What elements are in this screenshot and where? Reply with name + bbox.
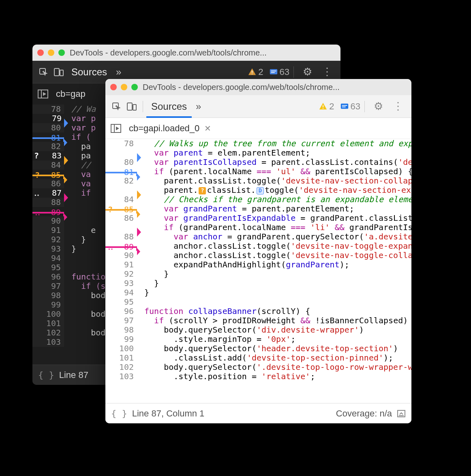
breakpoint-marker[interactable]: 81 (105, 172, 137, 173)
device-toggle-icon[interactable] (51, 68, 66, 77)
code-line[interactable]: 92 } (105, 269, 411, 279)
line-gutter[interactable]: 100 (105, 344, 137, 353)
inspect-icon[interactable] (36, 67, 51, 77)
code-line[interactable]: 102 body.querySelector('.devsite-top-log… (105, 363, 411, 372)
menu-icon[interactable]: ⋮ (317, 66, 337, 78)
titlebar[interactable]: DevTools - developers.google.com/web/too… (105, 79, 411, 95)
line-gutter[interactable]: 91 (105, 260, 137, 269)
code-line[interactable]: 88 var anchor = grandParent.querySelecto… (105, 232, 411, 241)
file-tab[interactable]: cb=gapi.loaded_0 (129, 123, 199, 134)
code-line[interactable]: 95 (105, 297, 411, 307)
code-line[interactable]: 87 if (grandParent.localName === 'li' &&… (105, 223, 411, 232)
settings-icon[interactable]: ⚙ (369, 100, 388, 113)
line-gutter[interactable]: 80 (105, 158, 137, 167)
line-gutter[interactable]: 84 (32, 160, 64, 170)
line-gutter[interactable]: 84 (105, 195, 137, 204)
line-gutter[interactable]: 98 (32, 291, 64, 300)
minimize-icon[interactable] (48, 49, 54, 56)
message-icon[interactable] (269, 68, 278, 77)
debugger-pane-icon[interactable] (36, 90, 50, 98)
code-line[interactable]: 99 .style.marginTop = '0px'; (105, 335, 411, 344)
code-line[interactable]: 83 parent.?classList.Dtoggle('devsite-na… (105, 186, 411, 195)
warning-icon[interactable] (319, 102, 328, 111)
line-gutter[interactable]: 94 (105, 288, 137, 297)
line-gutter[interactable]: 88 (32, 198, 64, 207)
line-gutter[interactable]: 102 (105, 363, 137, 372)
code-line[interactable]: 94} (105, 288, 411, 297)
device-toggle-icon[interactable] (124, 102, 139, 111)
breakpoint-marker[interactable]: 89 (105, 246, 137, 248)
line-gutter[interactable]: 94 (32, 254, 64, 263)
code-line[interactable]: 100 body.querySelector('header.devsite-t… (105, 344, 411, 353)
settings-icon[interactable]: ⚙ (298, 66, 317, 78)
line-gutter[interactable]: 96 (32, 272, 64, 282)
code-line[interactable]: 79 var parent = elem.parentElement; (105, 148, 411, 158)
code-line[interactable]: 103 .style.position = 'relative'; (105, 372, 411, 381)
code-line[interactable]: 86 var grandParentIsExpandable = grandPa… (105, 213, 411, 223)
code-line[interactable]: 80 var parentIsCollapsed = parent.classL… (105, 158, 411, 167)
message-icon[interactable] (340, 102, 349, 111)
code-line[interactable]: 98 body.querySelector('div.devsite-wrapp… (105, 325, 411, 335)
code-line[interactable]: 101 .classList.add('devsite-top-section-… (105, 353, 411, 363)
line-gutter[interactable]: 80 (32, 123, 64, 132)
inspect-icon[interactable] (109, 102, 124, 111)
inline-breakpoint-icon[interactable]: ? (199, 187, 206, 194)
line-gutter[interactable]: 86 (32, 179, 64, 188)
code-line[interactable]: 90 anchor.classList.toggle('devsite-nav-… (105, 251, 411, 260)
code-line[interactable]: 97 if (scrollY > prodIDRowHeight && !isB… (105, 316, 411, 325)
line-gutter[interactable]: 97 (32, 282, 64, 291)
line-gutter[interactable]: 96 (105, 307, 137, 316)
line-gutter[interactable]: 100 (32, 310, 64, 319)
line-gutter[interactable]: 103 (105, 372, 137, 381)
more-tabs-icon[interactable]: » (192, 101, 205, 112)
tab-sources[interactable]: Sources (66, 66, 112, 78)
drawer-toggle-icon[interactable] (397, 410, 406, 418)
line-gutter[interactable]: 99 (105, 335, 137, 344)
code-line[interactable]: 82 parent.classList.toggle('devsite-nav-… (105, 176, 411, 186)
breakpoint-marker[interactable]: 85 (105, 209, 137, 211)
line-gutter[interactable]: 90 (32, 216, 64, 226)
code-line[interactable]: 91 expandPathAndHighlight(grandParent); (105, 260, 411, 269)
code-line[interactable]: 84 // Checks if the grandparent is an ex… (105, 195, 411, 204)
code-editor[interactable]: 78 // Walks up the tree from the current… (105, 139, 411, 381)
file-tab[interactable]: cb=gap (56, 89, 86, 99)
line-gutter[interactable]: 82 (32, 142, 64, 151)
warning-icon[interactable] (248, 68, 257, 77)
line-gutter[interactable]: 95 (32, 263, 64, 272)
line-gutter[interactable]: 93 (32, 244, 64, 254)
titlebar[interactable]: DevTools - developers.google.com/web/too… (32, 45, 340, 61)
inline-breakpoint-icon[interactable]: D (257, 187, 264, 194)
line-gutter[interactable]: 86 (105, 213, 137, 223)
more-tabs-icon[interactable]: » (112, 66, 125, 78)
line-gutter[interactable]: 90 (105, 251, 137, 260)
tab-sources[interactable]: Sources (146, 101, 192, 112)
line-gutter[interactable]: 102 (32, 328, 64, 337)
maximize-icon[interactable] (58, 49, 65, 56)
debugger-pane-icon[interactable] (109, 124, 123, 133)
code-line[interactable]: 93 } (105, 279, 411, 288)
close-icon[interactable] (110, 84, 117, 90)
code-line[interactable]: 96function collapseBanner(scrollY) { (105, 307, 411, 316)
minimize-icon[interactable] (121, 84, 127, 90)
code-line[interactable]: 89 anchor.classList.toggle('devsite-nav-… (105, 241, 411, 251)
line-gutter[interactable]: 97 (105, 316, 137, 325)
code-line[interactable]: 81 if (parent.localName === 'ul' && pare… (105, 167, 411, 176)
maximize-icon[interactable] (131, 84, 138, 90)
pretty-print-icon[interactable]: { } (111, 408, 127, 418)
line-gutter[interactable]: 95 (105, 297, 137, 307)
close-icon[interactable] (37, 49, 44, 56)
line-gutter[interactable]: 101 (32, 319, 64, 328)
line-gutter[interactable]: 93 (105, 279, 137, 288)
line-gutter[interactable]: 88 (105, 232, 137, 241)
code-line[interactable]: 78 // Walks up the tree from the current… (105, 139, 411, 148)
menu-icon[interactable]: ⋮ (388, 100, 408, 113)
line-gutter[interactable]: 92 (32, 235, 64, 244)
line-gutter[interactable]: 101 (105, 353, 137, 363)
line-gutter[interactable]: 103 (32, 337, 64, 347)
line-gutter[interactable]: 99 (32, 300, 64, 310)
breakpoint-marker[interactable]: 85 (32, 175, 64, 176)
pretty-print-icon[interactable]: { } (38, 370, 54, 380)
line-gutter[interactable]: 82 (105, 176, 137, 186)
line-gutter[interactable]: 98 (105, 325, 137, 335)
close-tab-icon[interactable]: ✕ (204, 124, 211, 133)
